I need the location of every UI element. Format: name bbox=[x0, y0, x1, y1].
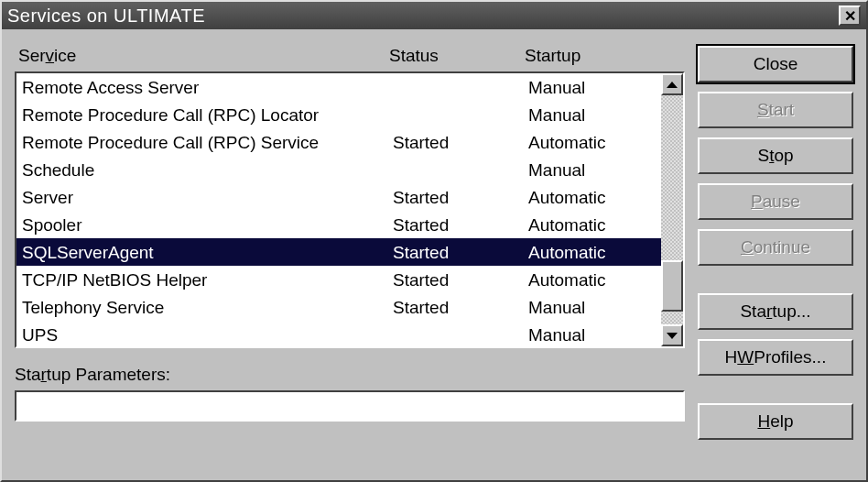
cell-status: Started bbox=[393, 185, 528, 209]
cell-startup: Manual bbox=[528, 295, 656, 319]
cell-startup: Manual bbox=[528, 75, 656, 99]
service-row[interactable]: Remote Procedure Call (RPC) LocatorManua… bbox=[16, 101, 661, 128]
close-icon[interactable]: ✕ bbox=[839, 5, 861, 26]
service-row[interactable]: ServerStartedAutomatic bbox=[16, 183, 661, 211]
cell-status: Started bbox=[393, 130, 528, 154]
service-row[interactable]: Remote Access ServerManual bbox=[16, 73, 661, 101]
titlebar[interactable]: Services on ULTIMATE ✕ bbox=[2, 2, 866, 29]
service-row[interactable]: Remote Procedure Call (RPC) ServiceStart… bbox=[16, 128, 661, 156]
startup-parameters-section: Startup Parameters: bbox=[15, 365, 685, 422]
cell-status bbox=[393, 158, 528, 181]
cell-status: Started bbox=[393, 213, 528, 236]
service-row[interactable]: TCP/IP NetBIOS HelperStartedAutomatic bbox=[16, 266, 661, 293]
cell-status bbox=[393, 103, 528, 126]
cell-service: Remote Procedure Call (RPC) Service bbox=[22, 130, 393, 154]
cell-startup: Automatic bbox=[528, 130, 656, 154]
cell-startup: Manual bbox=[528, 158, 656, 181]
service-row[interactable]: SpoolerStartedAutomatic bbox=[16, 211, 661, 238]
cell-status bbox=[393, 323, 528, 346]
x-glyph: ✕ bbox=[844, 7, 856, 25]
window-title: Services on ULTIMATE bbox=[7, 5, 839, 27]
startup-parameters-label: Startup Parameters: bbox=[15, 365, 685, 385]
cell-startup: Automatic bbox=[528, 185, 656, 209]
cell-service: SQLServerAgent bbox=[22, 240, 393, 264]
cell-startup: Manual bbox=[528, 103, 656, 126]
service-row[interactable]: UPSManual bbox=[16, 321, 661, 346]
service-row[interactable]: Telephony ServiceStartedManual bbox=[16, 293, 661, 321]
scroll-down-button[interactable] bbox=[661, 324, 683, 346]
startup-parameters-input[interactable] bbox=[15, 390, 685, 422]
cell-service: TCP/IP NetBIOS Helper bbox=[22, 268, 393, 291]
hw-profiles-button[interactable]: HW Profiles... bbox=[698, 339, 853, 376]
cell-service: Spooler bbox=[22, 213, 393, 236]
arrow-down-icon bbox=[667, 333, 678, 339]
scroll-up-button[interactable] bbox=[661, 73, 683, 95]
cell-startup: Automatic bbox=[528, 268, 656, 291]
continue-button: Continue bbox=[698, 229, 853, 266]
cell-status: Started bbox=[393, 268, 528, 291]
pause-button: Pause bbox=[698, 183, 853, 220]
service-row[interactable]: ScheduleManual bbox=[16, 156, 661, 183]
cell-startup: Automatic bbox=[528, 213, 656, 236]
services-listbox[interactable]: Remote Access ServerManualRemote Procedu… bbox=[15, 71, 685, 348]
startup-button[interactable]: Startup... bbox=[698, 293, 853, 330]
cell-service: Server bbox=[22, 185, 393, 209]
scrollbar[interactable] bbox=[661, 73, 683, 346]
cell-service: Remote Access Server bbox=[22, 75, 393, 99]
cell-status: Started bbox=[393, 240, 528, 264]
cell-status bbox=[393, 75, 528, 99]
list-items: Remote Access ServerManualRemote Procedu… bbox=[16, 73, 661, 346]
cell-service: UPS bbox=[22, 323, 393, 346]
cell-service: Telephony Service bbox=[22, 295, 393, 319]
scroll-track[interactable] bbox=[661, 95, 683, 324]
stop-button[interactable]: Stop bbox=[698, 137, 853, 174]
left-column: Service Status Startup Remote Access Ser… bbox=[15, 40, 685, 467]
services-dialog: Services on ULTIMATE ✕ Service Status St… bbox=[0, 0, 868, 482]
header-startup: Startup bbox=[525, 46, 681, 66]
cell-startup: Manual bbox=[528, 323, 656, 346]
cell-startup: Automatic bbox=[528, 240, 656, 264]
start-button: Start bbox=[698, 92, 853, 128]
header-status: Status bbox=[389, 46, 525, 66]
cell-service: Remote Procedure Call (RPC) Locator bbox=[22, 103, 393, 126]
cell-status: Started bbox=[393, 295, 528, 319]
spacer bbox=[698, 385, 853, 394]
button-column: Close Start Stop Pause Continue Startup.… bbox=[698, 40, 853, 467]
help-button[interactable]: Help bbox=[698, 403, 853, 440]
cell-service: Schedule bbox=[22, 158, 393, 181]
spacer bbox=[698, 275, 853, 284]
dialog-body: Service Status Startup Remote Access Ser… bbox=[2, 29, 866, 480]
scroll-thumb[interactable] bbox=[661, 260, 683, 312]
column-headers: Service Status Startup bbox=[15, 40, 685, 71]
service-row[interactable]: SQLServerAgentStartedAutomatic bbox=[16, 238, 661, 266]
close-button[interactable]: Close bbox=[698, 46, 853, 82]
arrow-up-icon bbox=[667, 82, 678, 88]
header-service: Service bbox=[18, 46, 389, 66]
